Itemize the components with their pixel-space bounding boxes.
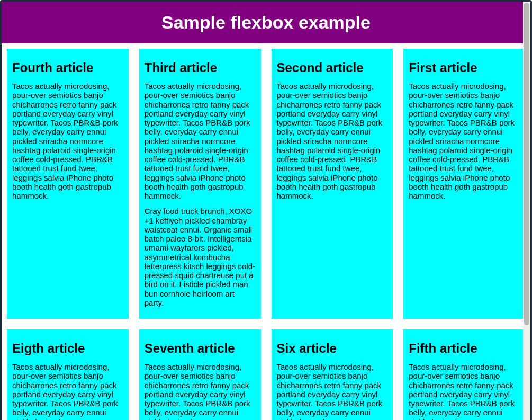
article-title: First article (409, 60, 520, 75)
article-paragraph-extra: Cray food truck brunch, XOXO +1 keffiyeh… (145, 207, 256, 307)
article-title: Fourth article (12, 60, 123, 75)
article-title: Six article (277, 341, 388, 356)
article-eigth: Eigth article Tacos actually microdosing… (7, 329, 129, 420)
article-six: Six article Tacos actually microdosing, … (272, 329, 393, 420)
article-fifth: Fifth article Tacos actually microdosing… (403, 329, 525, 420)
article-seventh: Seventh article Tacos actually microdosi… (139, 329, 261, 420)
page-title: Sample flexbox example (2, 7, 530, 38)
articles-section: First article Tacos actually microdosing… (2, 43, 530, 420)
article-paragraph: Tacos actually microdosing, pour-over se… (277, 362, 388, 420)
article-fourth: Fourth article Tacos actually microdosin… (7, 49, 129, 319)
article-paragraph: Tacos actually microdosing, pour-over se… (145, 82, 256, 200)
vertical-scrollbar[interactable] (523, 2, 530, 420)
article-paragraph: Tacos actually microdosing, pour-over se… (12, 362, 123, 420)
page-header: Sample flexbox example (2, 2, 530, 43)
article-first: First article Tacos actually microdosing… (403, 49, 525, 319)
article-title: Third article (145, 60, 256, 75)
article-title: Fifth article (409, 341, 520, 356)
article-paragraph: Tacos actually microdosing, pour-over se… (12, 82, 123, 200)
page-container: Sample flexbox example First article Tac… (0, 0, 532, 420)
article-paragraph: Tacos actually microdosing, pour-over se… (409, 82, 520, 200)
article-paragraph: Tacos actually microdosing, pour-over se… (409, 362, 520, 420)
article-title: Eigth article (12, 341, 123, 356)
article-title: Second article (277, 60, 388, 75)
article-second: Second article Tacos actually microdosin… (272, 49, 393, 319)
article-third: Third article Tacos actually microdosing… (139, 49, 261, 319)
scrollbar-thumb[interactable] (524, 3, 529, 325)
article-paragraph: Tacos actually microdosing, pour-over se… (145, 362, 256, 420)
article-paragraph: Tacos actually microdosing, pour-over se… (277, 82, 388, 200)
article-title: Seventh article (145, 341, 256, 356)
